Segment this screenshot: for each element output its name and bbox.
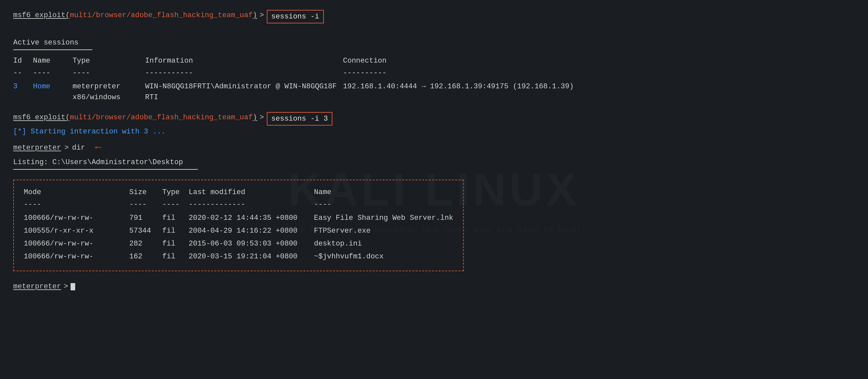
dir-row3-type: fil — [162, 238, 189, 249]
dir-row2-type: fil — [162, 226, 189, 236]
div-conn: ---------- — [343, 68, 855, 78]
final-meterpreter-prompt: meterpreter — [13, 281, 61, 292]
session-id: 3 — [13, 81, 33, 103]
dir-row1-mode: 100666/rw-rw-rw- — [24, 213, 129, 223]
listing-line: Listing: C:\Users\Administrator\Desktop — [13, 157, 855, 168]
session-name: Home — [33, 81, 72, 103]
prompt-exploit-2: multi/browser/adobe_flash_hacking_team_u… — [70, 112, 253, 123]
prompt-prefix-2: msf6 exploit( — [13, 112, 70, 123]
session-info-line1: WIN-N8GQG18FRTI\Administrator @ WIN-N8GQ… — [145, 81, 343, 92]
session-type: meterpreter x86/windows — [72, 81, 145, 103]
command-box-1: sessions -i — [267, 10, 324, 24]
div-name: ---- — [33, 68, 72, 78]
dir-table-box: Mode Size Type Last modified Name ---- -… — [13, 180, 464, 271]
col-header-info: Information — [145, 55, 343, 66]
meterpreter-prompt-1: meterpreter — [13, 142, 61, 153]
starting-line: [*] Starting interaction with 3 ... — [13, 126, 855, 137]
meterpreter-command-1: dir — [72, 142, 85, 153]
dir-table-row-4: 100666/rw-rw-rw- 162 fil 2020-03-15 19:2… — [24, 251, 453, 262]
dir-col-modified: Last modified — [189, 187, 314, 198]
col-header-id: Id — [13, 55, 33, 66]
cursor — [70, 283, 75, 290]
prompt-suffix-2: ) — [253, 112, 257, 123]
session-info-line2: RTI — [145, 92, 343, 103]
prompt-line-1: msf6 exploit( multi/browser/adobe_flash_… — [13, 10, 855, 24]
dir-row3-size: 282 — [129, 238, 162, 249]
listing-divider — [13, 169, 198, 170]
dir-row2-modified: 2004-04-29 14:16:22 +0800 — [189, 226, 314, 236]
meterpreter-arrow-1: > — [64, 142, 69, 153]
dir-table-row-3: 100666/rw-rw-rw- 282 fil 2015-06-03 09:5… — [24, 238, 453, 249]
spacer-1 — [13, 24, 855, 32]
sessions-table-dividers: -- ---- ---- ----------- ---------- — [13, 68, 855, 78]
sessions-title: Active sessions — [13, 37, 855, 48]
dir-row3-name: desktop.ini — [314, 238, 453, 249]
sessions-divider — [13, 49, 92, 50]
dir-table-dividers: ---- ---- ---- ------------- ---- — [24, 199, 453, 210]
dir-div-name: ---- — [314, 199, 453, 210]
dir-col-name: Name — [314, 187, 453, 198]
prompt-suffix-1: ) — [253, 10, 257, 21]
final-prompt-line: meterpreter > — [13, 281, 855, 292]
div-type: ---- — [72, 68, 145, 78]
prompt-arrow-2: > — [259, 112, 264, 123]
col-header-name: Name — [33, 55, 72, 66]
dir-col-mode: Mode — [24, 187, 129, 198]
dir-row2-mode: 100555/r-xr-xr-x — [24, 226, 129, 236]
div-id: -- — [13, 68, 33, 78]
prompt-exploit-1: multi/browser/adobe_flash_hacking_team_u… — [70, 10, 253, 21]
dir-row4-name: ~$jvhhvufm1.docx — [314, 251, 453, 262]
dir-div-type: ---- — [162, 199, 189, 210]
dir-row3-modified: 2015-06-03 09:53:03 +0800 — [189, 238, 314, 249]
prompt-line-2: msf6 exploit( multi/browser/adobe_flash_… — [13, 112, 855, 126]
col-header-conn: Connection — [343, 55, 855, 66]
dir-row1-modified: 2020-02-12 14:44:35 +0800 — [189, 213, 314, 223]
sessions-table-header: Id Name Type Information Connection — [13, 55, 855, 66]
prompt-prefix-1: msf6 exploit( — [13, 10, 70, 21]
dir-div-modified: ------------- — [189, 199, 314, 210]
dir-row1-size: 791 — [129, 213, 162, 223]
dir-row1-name: Easy File Sharing Web Server.lnk — [314, 213, 453, 223]
dir-row2-size: 57344 — [129, 226, 162, 236]
meterpreter-dir-line: meterpreter > dir ← — [13, 140, 855, 156]
dir-row4-type: fil — [162, 251, 189, 262]
col-header-type: Type — [72, 55, 145, 66]
dir-row4-mode: 100666/rw-rw-rw- — [24, 251, 129, 262]
prompt-arrow-1: > — [259, 10, 264, 21]
final-prompt-arrow: > — [64, 281, 68, 292]
dir-row4-modified: 2020-03-15 19:21:04 +0800 — [189, 251, 314, 262]
session-info: WIN-N8GQG18FRTI\Administrator @ WIN-N8GQ… — [145, 81, 343, 103]
dir-table-header: Mode Size Type Last modified Name — [24, 187, 453, 198]
dir-div-mode: ---- — [24, 199, 129, 210]
dir-table-row-1: 100666/rw-rw-rw- 791 fil 2020-02-12 14:4… — [24, 213, 453, 223]
dir-table-row-2: 100555/r-xr-xr-x 57344 fil 2004-04-29 14… — [24, 226, 453, 236]
arrow-annotation: ← — [95, 140, 101, 156]
session-connection: 192.168.1.40:4444 → 192.168.1.39:49175 (… — [343, 81, 855, 103]
sessions-table-row: 3 Home meterpreter x86/windows WIN-N8GQG… — [13, 81, 855, 103]
spacer-2 — [13, 104, 855, 112]
dir-row4-size: 162 — [129, 251, 162, 262]
command-box-2: sessions -i 3 — [267, 112, 333, 126]
dir-row2-name: FTPServer.exe — [314, 226, 453, 236]
dir-row3-mode: 100666/rw-rw-rw- — [24, 238, 129, 249]
dir-div-size: ---- — [129, 199, 162, 210]
dir-row1-type: fil — [162, 213, 189, 223]
dir-col-size: Size — [129, 187, 162, 198]
dir-col-type: Type — [162, 187, 189, 198]
div-info: ----------- — [145, 68, 343, 78]
